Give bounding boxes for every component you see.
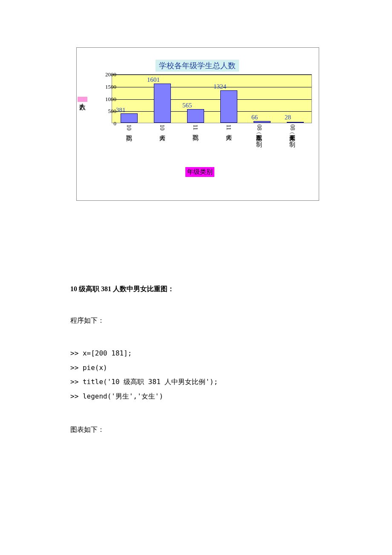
code-block: >> x=[200 181]; >> pie(x) >> title('10 级…: [70, 346, 326, 403]
code-line: >> title('10 级高职 381 人中男女比例');: [70, 375, 326, 389]
bar-value-label: 381: [116, 107, 126, 114]
section-heading: 10 级高职 381 人数中男女比重图：: [70, 283, 326, 295]
bar-value-label: 1324: [213, 83, 226, 90]
gridline: [112, 111, 311, 112]
paragraph: 程序如下：: [70, 315, 326, 326]
bar-value-label: 28: [285, 114, 291, 121]
y-tick-label: 2000: [99, 71, 116, 78]
bar-value-label: 565: [182, 102, 192, 109]
x-tick-label: 08师大（五年 制）: [288, 124, 297, 139]
code-line: >> x=[200 181];: [70, 346, 326, 361]
y-tick-label: 500: [99, 108, 116, 115]
x-axis-label: 年级类别: [185, 167, 214, 177]
x-tick-label: 08高职（五年 制）: [254, 124, 264, 139]
x-tick-label: 11高职: [192, 124, 199, 130]
x-tick-label: 10高职: [126, 124, 132, 130]
y-tick-label: 1000: [99, 96, 116, 103]
bar: [154, 84, 171, 123]
gridline: [112, 87, 311, 87]
bar-value-label: 1601: [147, 76, 160, 84]
y-tick-label: 0: [99, 120, 116, 127]
gridline: [112, 75, 311, 75]
bar: [187, 109, 204, 123]
code-line: >> legend('男生','女生'): [70, 389, 326, 404]
chart-title: 学校各年级学生总人数: [156, 60, 239, 72]
y-axis-label: 人数: [78, 97, 87, 102]
x-tick-label: 11师大: [225, 124, 232, 130]
document-body: 10 级高职 381 人数中男女比重图： 程序如下： >> x=[200 181…: [70, 283, 326, 455]
bar-value-label: 66: [251, 114, 258, 121]
paragraph: 图表如下：: [70, 424, 326, 435]
bar: [287, 122, 304, 123]
chart-container: 学校各年级学生总人数 人数 2000 1500 1000 500 0 381 1…: [76, 47, 319, 201]
code-line: >> pie(x): [70, 361, 326, 375]
y-tick-label: 1500: [99, 84, 116, 90]
x-tick-label: 10师大: [159, 124, 165, 130]
plot-area: [112, 74, 312, 123]
bar: [121, 113, 138, 123]
bar: [254, 121, 271, 123]
gridline: [112, 99, 311, 100]
bar: [220, 90, 237, 123]
